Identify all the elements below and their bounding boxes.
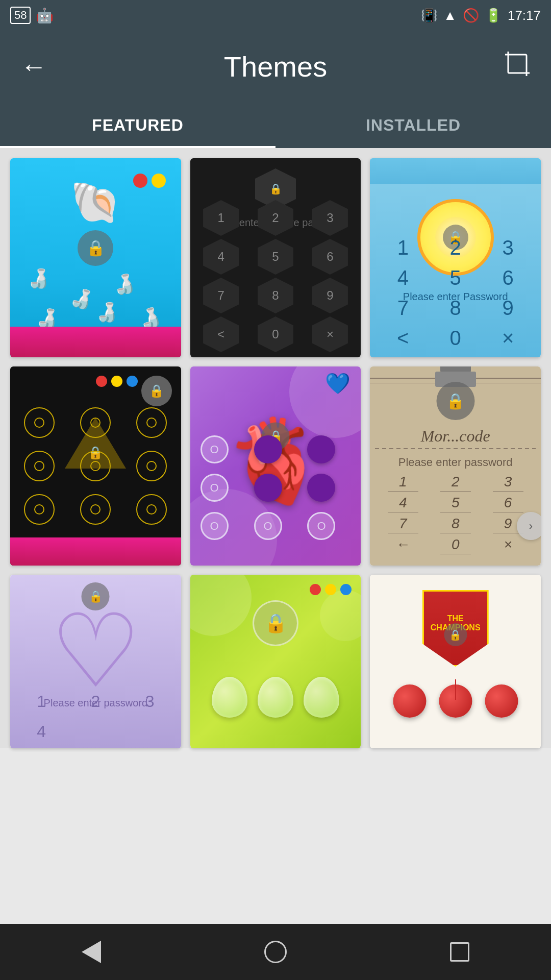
svg-rect-0 (508, 55, 527, 73)
pd-9: O (307, 512, 335, 540)
theme-card-lavender[interactable]: ♡ 🔒 Please enter password 1 2 3 4 (10, 575, 181, 748)
hex-key-8: 8 (258, 278, 293, 313)
bokeh1 (190, 575, 252, 636)
lock-symbol: 🔒 (269, 183, 282, 195)
lavender-numpad: 1 2 3 4 (10, 685, 181, 748)
tab-featured[interactable]: FEATURED (0, 102, 276, 148)
status-bar: 58 🤖 📳 ▲ 🚫 🔋 17:17 (0, 0, 551, 31)
water-top (370, 158, 541, 184)
vibrate-icon: 📳 (421, 8, 437, 23)
pd-5 (254, 474, 282, 502)
dp-7 (24, 494, 55, 525)
water-drops (212, 677, 339, 718)
green-dots (310, 584, 352, 595)
hex-key-9: 9 (312, 278, 348, 313)
morse-k0: 0 (430, 536, 481, 555)
nav-back-button[interactable] (66, 933, 116, 971)
hex-key-clear: × (312, 316, 348, 352)
theme-card-champions[interactable]: THECHAMPIONS 🔒 (370, 575, 541, 748)
lemon-key-5: 5 (430, 264, 481, 292)
nav-home-button[interactable] (249, 933, 302, 971)
nav-recent-button[interactable] (435, 935, 485, 969)
back-button[interactable]: ← (15, 46, 52, 87)
hex-key-7: 7 (203, 278, 239, 313)
themes-grid: 🐚 🍶 🍶 🍶 🍶 🍶 🍶 🔒 👑 (0, 148, 551, 824)
morse-prompt: Please enter password (398, 456, 513, 469)
dots-indicator (96, 376, 138, 387)
lemon-key-1: 1 (378, 234, 428, 262)
lemon-key-3: 3 (483, 234, 533, 262)
theme-card-purple-heart[interactable]: 💙 🫀 🔒 O O O O O (190, 366, 361, 566)
morse-lock: 🔒 (436, 382, 474, 420)
connector-line (455, 679, 456, 700)
theme-card-green-drops[interactable]: 🔒 (190, 575, 361, 748)
theme-card-ocean[interactable]: 🐚 🍶 🍶 🍶 🍶 🍶 🍶 🔒 👑 (10, 158, 181, 357)
hex-key-0: 0 (258, 316, 293, 352)
tab-installed[interactable]: INSTALLED (276, 102, 551, 148)
morse-title: Mor...code (421, 427, 490, 446)
dp-9 (136, 494, 167, 525)
dp-2 (80, 407, 111, 438)
theme-card-black-hex[interactable]: 🔒 Please enter gesture password 1 2 3 4 … (190, 158, 361, 357)
signal-off-icon: 🚫 (463, 8, 479, 23)
battery-icon: 🔋 (485, 8, 502, 23)
hex-key-6: 6 (312, 239, 348, 275)
pd-label2: O (210, 481, 219, 495)
pd-4: O (201, 474, 229, 502)
pd-3 (307, 435, 335, 463)
hex-key-4: 4 (203, 239, 239, 275)
morse-k1: 1 (378, 474, 428, 493)
scroll-hint: › (517, 512, 541, 540)
bubble-decoration (133, 174, 166, 188)
pd-7: O (201, 512, 229, 540)
lemon-key-6: 6 (483, 264, 533, 292)
theme-card-morse[interactable]: 🔒 Mor...code Please enter password 1 2 3… (370, 366, 541, 566)
pd-label: O (210, 443, 219, 456)
back-triangle-icon (82, 941, 101, 963)
pd-8: O (254, 512, 282, 540)
blue-heart: 💙 (325, 372, 350, 396)
morse-k5: 5 (430, 495, 481, 513)
morse-numpad: 1 2 3 4 5 6 7 8 9 ← 0 × (370, 469, 541, 560)
morse-k7: 7 (378, 516, 428, 534)
pd-1: O (201, 435, 229, 463)
lemon-key-2: 2 (430, 234, 481, 262)
dp-3 (136, 407, 167, 438)
recent-square-icon (450, 942, 469, 962)
lemon-key-0: 0 (430, 324, 481, 352)
theme-card-dark-pattern[interactable]: 🔒 🔒 (10, 366, 181, 566)
lemon-key-4: 4 (378, 264, 428, 292)
crop-button[interactable] (499, 45, 536, 88)
hex-numpad: 1 2 3 4 5 6 7 8 9 < 0 × (190, 195, 361, 357)
crop-icon (504, 51, 531, 77)
nav-bar (0, 924, 551, 980)
robot-icon: 🤖 (36, 7, 54, 24)
champions-lock: 🔒 (444, 623, 467, 646)
lav-k2: 2 (69, 688, 121, 716)
theme-row-3: ♡ 🔒 Please enter password 1 2 3 4 (10, 575, 541, 748)
tab-bar: FEATURED INSTALLED (0, 102, 551, 148)
morse-k4: 4 (378, 495, 428, 513)
dp-8 (80, 494, 111, 525)
lemon-key-back: < (378, 324, 428, 352)
morse-k8: 8 (430, 516, 481, 534)
lemon-prompt: Please enter Password (403, 291, 508, 303)
hex-key-2: 2 (258, 200, 293, 236)
hex-key-5: 5 (258, 239, 293, 275)
theme-card-lemon[interactable]: 🔒 1 2 3 4 5 6 7 8 9 < 0 × (370, 158, 541, 357)
hex-key-back: < (203, 316, 239, 352)
morse-line (375, 448, 536, 449)
dark-pattern-dots (10, 397, 181, 535)
bokeh2 (320, 590, 361, 641)
pd-2 (254, 435, 282, 463)
clock: 17:17 (508, 8, 541, 23)
pd-label5: O (317, 520, 325, 533)
pd-label3: O (210, 520, 219, 533)
bottle-icon5: 🍶 (95, 302, 118, 323)
shell-decoration: 🐚 (70, 179, 121, 227)
hex-key-1: 1 (203, 200, 239, 236)
morse-kclear: × (483, 536, 533, 555)
wave-bottom (10, 327, 181, 357)
lav-k4: 4 (15, 718, 67, 746)
bottle-icon3: 🍶 (111, 272, 137, 297)
